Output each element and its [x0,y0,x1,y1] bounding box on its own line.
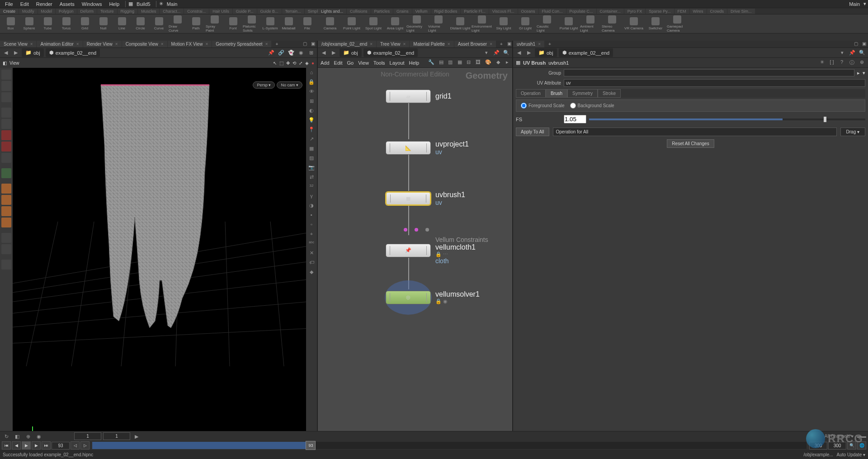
find-right-icon[interactable]: 🔍 [858,49,866,57]
net-color-icon[interactable]: 🎨 [485,59,491,66]
node-grid1[interactable]: ▱ grid1 [386,90,452,103]
shelf-tool[interactable]: Geometry Light [406,15,427,33]
gear-icon[interactable]: ✳ [818,59,826,66]
path-node-right[interactable]: ⬢ example_02__end [559,48,613,57]
tl-key-next-button[interactable]: ▷ [80,441,90,450]
tool-grid[interactable] [1,244,11,254]
shelf-tool[interactable]: Tube [39,15,57,33]
disp-flip-icon[interactable]: ⇄ [307,174,316,182]
pane-max-right-icon[interactable]: ▣ [861,41,867,47]
shelf-tool[interactable]: VR Camera [623,15,644,33]
net-diamond-icon[interactable]: ◆ [496,59,500,66]
shelf-tab[interactable]: Crowds [707,9,727,14]
auto-update-dropdown[interactable]: Auto Update ▾ [837,452,865,457]
shelf-tab[interactable]: Viscous Fl... [489,9,518,14]
sec-btn3-icon[interactable]: ⊕ [24,432,33,440]
uvattr-field[interactable]: uv [564,79,865,87]
shelf-tool[interactable]: Sky Light [493,15,514,33]
node-vellumsolver1[interactable]: ◎ vellumsolver1 🔒 ◉ [386,290,480,304]
path-obj[interactable]: 📁 obj [22,48,44,57]
net-menu-edit[interactable]: Edit [334,60,343,66]
nav-drop-right-icon[interactable]: ▾ [838,49,846,57]
scene-viewport[interactable]: Persp ▾ No cam ▾ [13,68,306,441]
view-mode-icon[interactable]: ◧ [3,61,7,66]
shelf-tab[interactable]: Fluid Con... [539,9,566,14]
tl-track[interactable]: 93 124487296120144168192216240264288 [92,442,807,449]
tl-play-rev-button[interactable]: ▶ [22,441,31,450]
shelf-tab[interactable]: Populate C... [566,9,596,14]
disp-tag-icon[interactable]: 🏷 [307,260,316,268]
shelf-tool[interactable]: Point Light [341,15,362,33]
disp-light-icon[interactable]: 💡 [307,117,316,125]
scale-icon[interactable]: ⤢ [299,61,302,66]
sec-btn4-icon[interactable]: ◉ [34,432,43,440]
shelf-tab[interactable]: Rigging [118,9,138,14]
tool-magnet4[interactable] [1,218,11,227]
net-img-icon[interactable]: 🖼 [476,59,481,66]
fs-value-field[interactable] [564,115,586,123]
tl-playhead[interactable]: 93 [306,441,316,450]
drag-dropdown[interactable]: Drag ▾ [840,128,865,136]
apply-to-all-button[interactable]: Apply To All [516,128,549,136]
desktop-selector-right[interactable]: Main [846,0,863,8]
link-icon[interactable]: 🔗 [277,49,285,57]
net-list1-icon[interactable]: ▤ [439,59,443,66]
shelf-tool[interactable]: Grid [76,15,94,33]
desktop-selector-1[interactable]: Build5 [134,0,153,8]
disp-wire-icon[interactable]: ⊞ [307,98,316,106]
group-picker-icon[interactable]: ▸ [857,70,860,76]
select-icon[interactable]: ↖ [273,61,277,66]
nav-back-icon[interactable]: ◀ [2,49,10,57]
disp-m2-icon[interactable]: ▫ [307,222,316,230]
disp-uv-icon[interactable]: ▦ [307,146,316,154]
tl-frame-field[interactable] [52,442,70,450]
disp-plus-icon[interactable]: + [307,231,316,239]
disp-bg-icon[interactable]: ▨ [307,155,316,163]
shelf-tool[interactable]: Spot Light [363,15,384,33]
sec-btn2-icon[interactable]: ◧ [13,432,22,440]
shelf-tab[interactable]: Polygon [56,9,77,14]
tl-last-button[interactable]: ⏭ [42,441,51,450]
shelf-tool[interactable]: Circle [132,15,149,33]
shelf-tool[interactable]: Caustic Light [537,15,557,33]
persp-dropdown[interactable]: Persp ▾ [253,81,275,89]
menu-windows[interactable]: Windows [79,0,105,8]
tl-play-button[interactable]: ▶ [32,441,41,450]
shelf-tool[interactable]: Draw Curve [169,15,186,33]
shelf-tool[interactable]: Environment Light [472,15,492,33]
shelf-tab[interactable]: Create [0,9,19,14]
camera-dropdown[interactable]: No cam ▾ [277,81,302,89]
group-menu-icon[interactable]: ▾ [863,70,865,76]
node-uvproject1[interactable]: 📐 uvproject1 uv [386,140,469,156]
shelf-tool[interactable]: Spray Paint [206,15,223,33]
group-field[interactable] [564,69,854,76]
shelf-tab[interactable]: Constrai... [184,9,209,14]
path-node-mid[interactable]: ⬢ example_02__end [363,48,418,57]
pane-tab[interactable]: Tree View× [377,41,409,47]
tool-magnet1[interactable] [1,184,11,194]
shelf-tool[interactable]: Area Light [385,15,406,33]
disp-32-icon[interactable]: 32 [307,184,316,192]
pane-tab[interactable]: /obj/example_02__end× [318,41,376,47]
shelf-tab[interactable]: FEM [675,9,689,14]
tab-operation[interactable]: Operation [516,89,546,98]
disp-camera-icon[interactable]: 📷 [307,165,316,173]
shelf-tab[interactable]: Charact... [160,9,184,14]
menu-file[interactable]: File [2,0,16,8]
tool-pointer[interactable] [1,108,11,118]
handles-icon[interactable]: ◈ [305,61,309,66]
move-icon[interactable]: ✥ [286,61,290,66]
shelf-tab[interactable]: Particle Fl... [461,9,489,14]
node-vellumcloth1[interactable]: 📌 Vellum Constraints vellumcloth1 🔒 ⋯ cl… [386,236,488,265]
disp-lock-icon[interactable]: 🔒 [307,79,316,87]
sec-btn1-icon[interactable]: ↻ [2,432,11,440]
net-menu-go[interactable]: Go [347,60,354,66]
disp-x-icon[interactable]: ✕ [307,250,316,258]
operator-name[interactable]: uvbrush1 [548,60,569,66]
nav-drop-mid-icon[interactable]: ▾ [482,49,491,57]
pane-tab[interactable]: Geometry Spreadsheet× [212,41,271,47]
nav-fwd-right-icon[interactable]: ▶ [525,49,533,57]
sec-play-icon[interactable]: ▶ [132,432,141,440]
snap-icon[interactable]: ⊞ [307,49,315,57]
disp-home-icon[interactable]: ⌂ [307,70,316,78]
